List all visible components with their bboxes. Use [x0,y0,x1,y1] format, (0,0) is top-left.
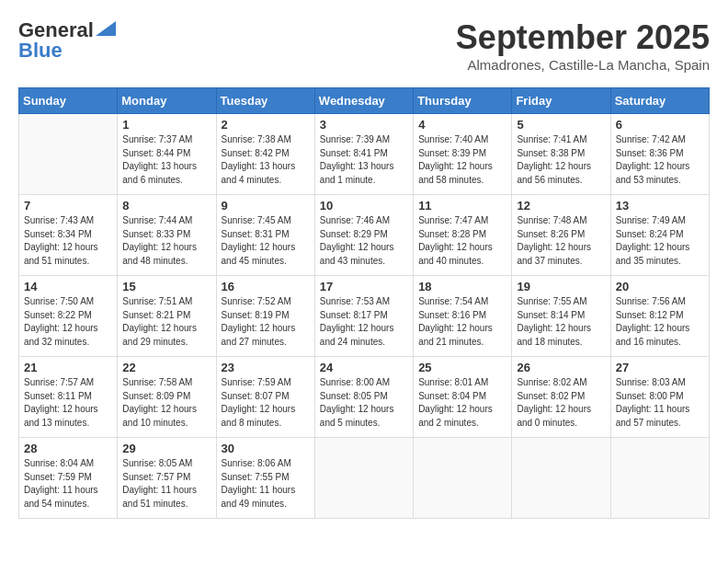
calendar-week-row: 21Sunrise: 7:57 AMSunset: 8:11 PMDayligh… [19,357,710,438]
calendar-day-16: 16Sunrise: 7:52 AMSunset: 8:19 PMDayligh… [216,276,314,357]
calendar-day-30: 30Sunrise: 8:06 AMSunset: 7:55 PMDayligh… [216,438,314,519]
calendar-empty-cell [512,438,610,519]
day-info: Sunrise: 7:46 AMSunset: 8:29 PMDaylight:… [320,214,408,268]
day-number: 25 [418,361,506,374]
month-title: September 2025 [456,18,710,57]
calendar-week-row: 14Sunrise: 7:50 AMSunset: 8:22 PMDayligh… [19,276,710,357]
day-info: Sunrise: 8:02 AMSunset: 8:02 PMDaylight:… [517,376,605,430]
day-info: Sunrise: 8:03 AMSunset: 8:00 PMDaylight:… [616,376,704,430]
day-number: 16 [222,280,310,293]
day-info: Sunrise: 7:38 AMSunset: 8:42 PMDaylight:… [222,133,310,187]
day-number: 19 [517,280,605,293]
day-info: Sunrise: 7:57 AMSunset: 8:11 PMDaylight:… [24,376,112,430]
day-number: 29 [122,442,210,455]
weekday-header-saturday: Saturday [610,88,709,114]
title-block: September 2025 Almadrones, Castille-La M… [456,18,710,73]
logo-icon [96,21,116,36]
calendar-day-15: 15Sunrise: 7:51 AMSunset: 8:21 PMDayligh… [118,276,216,357]
day-number: 13 [616,199,704,213]
day-number: 14 [24,280,112,293]
day-number: 24 [320,361,408,374]
weekday-header-monday: Monday [118,88,216,114]
calendar-day-5: 5Sunrise: 7:41 AMSunset: 8:38 PMDaylight… [512,114,610,195]
calendar-day-4: 4Sunrise: 7:40 AMSunset: 8:39 PMDaylight… [414,114,512,195]
day-info: Sunrise: 7:54 AMSunset: 8:16 PMDaylight:… [418,295,506,349]
day-number: 8 [122,199,210,213]
calendar-day-12: 12Sunrise: 7:48 AMSunset: 8:26 PMDayligh… [512,195,610,276]
day-info: Sunrise: 8:01 AMSunset: 8:04 PMDaylight:… [418,376,506,430]
weekday-header-row: SundayMondayTuesdayWednesdayThursdayFrid… [19,88,710,114]
day-info: Sunrise: 7:40 AMSunset: 8:39 PMDaylight:… [418,133,506,187]
day-number: 21 [24,361,112,374]
day-info: Sunrise: 7:50 AMSunset: 8:22 PMDaylight:… [24,295,112,349]
day-number: 20 [616,280,704,293]
day-number: 12 [517,199,605,213]
day-number: 18 [418,280,506,293]
calendar-empty-cell [314,438,413,519]
weekday-header-thursday: Thursday [414,88,512,114]
day-info: Sunrise: 7:56 AMSunset: 8:12 PMDaylight:… [616,295,704,349]
calendar-table: SundayMondayTuesdayWednesdayThursdayFrid… [18,87,710,519]
calendar-day-6: 6Sunrise: 7:42 AMSunset: 8:36 PMDaylight… [610,114,709,195]
day-info: Sunrise: 7:44 AMSunset: 8:33 PMDaylight:… [122,214,210,268]
svg-marker-0 [96,21,116,36]
day-info: Sunrise: 7:47 AMSunset: 8:28 PMDaylight:… [418,214,506,268]
day-info: Sunrise: 7:41 AMSunset: 8:38 PMDaylight:… [517,133,605,187]
calendar-empty-cell [414,438,512,519]
calendar-empty-cell [610,438,709,519]
day-number: 27 [616,361,704,374]
weekday-header-tuesday: Tuesday [216,88,314,114]
calendar-week-row: 28Sunrise: 8:04 AMSunset: 7:59 PMDayligh… [19,438,710,519]
weekday-header-friday: Friday [512,88,610,114]
day-number: 5 [517,118,605,132]
page-header: General Blue September 2025 Almadrones, … [18,18,710,73]
day-number: 22 [122,361,210,374]
day-number: 26 [517,361,605,374]
day-number: 28 [24,442,112,455]
calendar-day-25: 25Sunrise: 8:01 AMSunset: 8:04 PMDayligh… [414,357,512,438]
day-info: Sunrise: 7:58 AMSunset: 8:09 PMDaylight:… [122,376,210,430]
day-number: 3 [320,118,408,132]
day-info: Sunrise: 8:00 AMSunset: 8:05 PMDaylight:… [320,376,408,430]
calendar-day-22: 22Sunrise: 7:58 AMSunset: 8:09 PMDayligh… [118,357,216,438]
calendar-day-19: 19Sunrise: 7:55 AMSunset: 8:14 PMDayligh… [512,276,610,357]
calendar-day-29: 29Sunrise: 8:05 AMSunset: 7:57 PMDayligh… [118,438,216,519]
day-info: Sunrise: 7:39 AMSunset: 8:41 PMDaylight:… [320,133,408,187]
calendar-day-24: 24Sunrise: 8:00 AMSunset: 8:05 PMDayligh… [314,357,413,438]
day-number: 6 [616,118,704,132]
calendar-day-11: 11Sunrise: 7:47 AMSunset: 8:28 PMDayligh… [414,195,512,276]
calendar-day-8: 8Sunrise: 7:44 AMSunset: 8:33 PMDaylight… [118,195,216,276]
day-info: Sunrise: 7:52 AMSunset: 8:19 PMDaylight:… [222,295,310,349]
calendar-day-18: 18Sunrise: 7:54 AMSunset: 8:16 PMDayligh… [414,276,512,357]
day-number: 1 [122,118,210,132]
day-number: 15 [122,280,210,293]
day-info: Sunrise: 7:48 AMSunset: 8:26 PMDaylight:… [517,214,605,268]
day-info: Sunrise: 7:43 AMSunset: 8:34 PMDaylight:… [24,214,112,268]
calendar-day-27: 27Sunrise: 8:03 AMSunset: 8:00 PMDayligh… [610,357,709,438]
day-number: 4 [418,118,506,132]
calendar-day-1: 1Sunrise: 7:37 AMSunset: 8:44 PMDaylight… [118,114,216,195]
day-info: Sunrise: 7:51 AMSunset: 8:21 PMDaylight:… [122,295,210,349]
calendar-day-14: 14Sunrise: 7:50 AMSunset: 8:22 PMDayligh… [19,276,118,357]
calendar-day-3: 3Sunrise: 7:39 AMSunset: 8:41 PMDaylight… [314,114,413,195]
calendar-day-2: 2Sunrise: 7:38 AMSunset: 8:42 PMDaylight… [216,114,314,195]
calendar-day-20: 20Sunrise: 7:56 AMSunset: 8:12 PMDayligh… [610,276,709,357]
calendar-day-17: 17Sunrise: 7:53 AMSunset: 8:17 PMDayligh… [314,276,413,357]
calendar-day-23: 23Sunrise: 7:59 AMSunset: 8:07 PMDayligh… [216,357,314,438]
calendar-day-28: 28Sunrise: 8:04 AMSunset: 7:59 PMDayligh… [19,438,118,519]
day-info: Sunrise: 8:06 AMSunset: 7:55 PMDaylight:… [222,457,310,511]
day-info: Sunrise: 8:04 AMSunset: 7:59 PMDaylight:… [24,457,112,511]
logo-blue: Blue [18,39,63,63]
day-number: 10 [320,199,408,213]
day-info: Sunrise: 7:59 AMSunset: 8:07 PMDaylight:… [222,376,310,430]
day-number: 7 [24,199,112,213]
calendar-day-9: 9Sunrise: 7:45 AMSunset: 8:31 PMDaylight… [216,195,314,276]
calendar-empty-cell [19,114,118,195]
day-number: 11 [418,199,506,213]
calendar-day-10: 10Sunrise: 7:46 AMSunset: 8:29 PMDayligh… [314,195,413,276]
day-info: Sunrise: 7:45 AMSunset: 8:31 PMDaylight:… [222,214,310,268]
day-number: 23 [222,361,310,374]
day-info: Sunrise: 7:53 AMSunset: 8:17 PMDaylight:… [320,295,408,349]
calendar-week-row: 7Sunrise: 7:43 AMSunset: 8:34 PMDaylight… [19,195,710,276]
calendar-day-26: 26Sunrise: 8:02 AMSunset: 8:02 PMDayligh… [512,357,610,438]
